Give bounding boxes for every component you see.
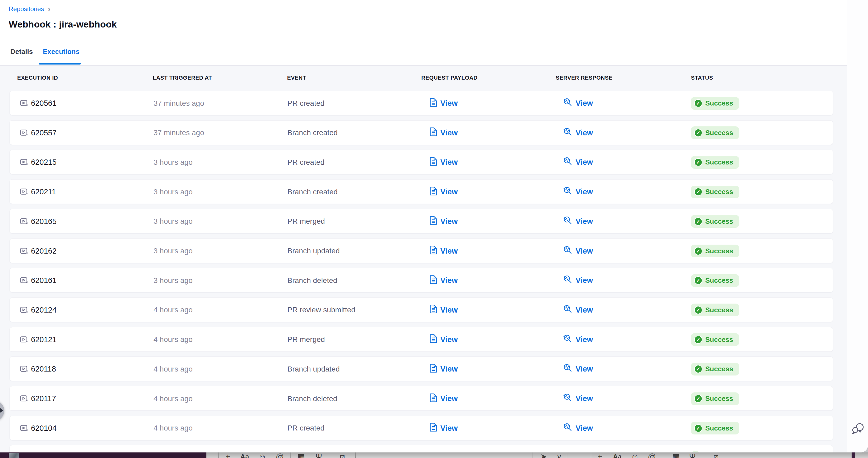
execution-icon [20,357,28,381]
execution-id: 620104 [31,416,57,440]
search-pulse-icon [563,246,572,257]
chat-window-titlebar [0,453,207,458]
image-icon[interactable]: ▦ [298,453,305,458]
tab-details[interactable]: Details [10,47,33,56]
code-icon[interactable]: ⧄ [340,453,345,458]
toolbar-divider [532,453,532,458]
server-response-view-link[interactable]: View [563,327,593,352]
request-payload-view-link[interactable]: View [430,239,458,263]
table-header-row: EXECUTION ID LAST TRIGGERED AT EVENT REQ… [0,66,847,90]
execution-icon [20,121,28,145]
document-icon [430,246,437,256]
image-icon[interactable]: ▦ [672,453,680,458]
request-payload-view-link[interactable]: View [430,416,458,440]
send-icon[interactable]: ➤ [540,453,547,458]
plus-icon[interactable]: + [225,453,230,458]
view-label: View [576,276,593,285]
code-icon[interactable]: ⧄ [713,453,718,458]
mic-icon[interactable]: Ψ [315,453,322,458]
plus-icon[interactable]: + [597,453,602,458]
check-icon: ✓ [694,99,702,107]
table-row: 620162 3 hours ago Branch updated View V… [9,238,833,263]
status-label: Success [705,424,733,432]
request-payload-view-link[interactable]: View [430,357,458,381]
document-icon [430,187,437,197]
format-text-icon[interactable]: Aa [613,453,622,458]
server-response-view-link[interactable]: View [563,209,593,234]
event-label: Branch created [287,179,338,204]
status-cell: ✓Success [691,386,739,411]
view-label: View [440,99,458,108]
mic-icon[interactable]: Ψ [689,453,696,458]
emoji-icon[interactable]: ☺ [258,453,267,458]
request-payload-view-link[interactable]: View [430,298,458,322]
check-icon: ✓ [694,247,702,255]
mention-icon[interactable]: @ [276,453,284,458]
format-text-icon[interactable]: Aa [240,453,249,458]
page-header: Repositories › Webhook : jira-webhook De… [0,0,847,65]
execution-id: 620161 [31,268,57,293]
request-payload-view-link[interactable]: View [430,121,458,145]
table-row: 620124 4 hours ago PR review submitted V… [9,297,833,322]
server-response-view-link[interactable]: View [563,91,593,116]
search-pulse-icon [563,187,572,197]
event-label: PR merged [287,327,325,352]
view-label: View [576,306,593,315]
status-label: Success [705,217,733,226]
server-response-view-link[interactable]: View [563,298,593,322]
execution-icon [20,268,28,293]
active-tab-underline [39,63,81,65]
execution-icon [20,386,28,411]
execution-id: 620557 [31,121,57,145]
document-icon [430,423,437,433]
execution-icon [20,239,28,263]
status-badge: ✓Success [691,186,739,198]
server-response-view-link[interactable]: View [563,268,593,293]
mention-icon[interactable]: @ [648,453,656,458]
table-row: 620215 3 hours ago PR created View View … [9,150,833,174]
status-badge: ✓Success [691,274,739,287]
window-accent-bar [851,453,855,458]
status-label: Success [705,99,733,107]
request-payload-view-link[interactable]: View [430,327,458,352]
request-payload-view-link[interactable]: View [430,150,458,174]
execution-icon [20,327,28,352]
execution-id: 620118 [31,357,56,381]
execution-icon [20,416,28,440]
status-cell: ✓Success [691,268,739,293]
server-response-view-link[interactable]: View [563,239,593,263]
view-label: View [440,129,458,137]
server-response-view-link[interactable]: View [563,150,593,174]
server-response-view-link[interactable]: View [563,179,593,204]
chevron-down-icon[interactable]: ∨ [556,453,562,458]
table-row: 620121 4 hours ago PR merged View View ✓… [9,327,833,352]
toolbar-divider [290,453,290,458]
table-row: 620117 4 hours ago Branch deleted View V… [9,386,833,411]
table-row: 620557 37 minutes ago Branch created Vie… [9,120,833,145]
request-payload-view-link[interactable]: View [430,91,458,116]
chat-bubbles-icon[interactable] [851,423,865,435]
status-badge: ✓Success [691,244,739,257]
request-payload-view-link[interactable]: View [430,268,458,293]
last-triggered-at: 4 hours ago [154,327,193,352]
status-cell: ✓Success [691,209,739,234]
status-cell: ✓Success [691,239,739,263]
tab-executions[interactable]: Executions [43,47,80,56]
server-response-view-link[interactable]: View [563,416,593,440]
request-payload-view-link[interactable]: View [430,209,458,234]
request-payload-view-link[interactable]: View [430,179,458,204]
request-payload-view-link[interactable]: View [430,386,458,411]
view-label: View [576,158,593,167]
last-triggered-at: 37 minutes ago [154,121,204,145]
execution-id: 620121 [31,327,57,352]
last-triggered-at: 3 hours ago [154,268,193,293]
emoji-icon[interactable]: ☺ [631,453,639,458]
status-badge: ✓Success [691,126,739,139]
server-response-view-link[interactable]: View [563,386,593,411]
status-cell: ✓Success [691,121,739,145]
server-response-view-link[interactable]: View [563,357,593,381]
breadcrumb-repositories-link[interactable]: Repositories [9,5,44,13]
execution-id: 620561 [31,91,57,116]
col-execution-id: EXECUTION ID [17,74,58,81]
server-response-view-link[interactable]: View [563,121,593,145]
